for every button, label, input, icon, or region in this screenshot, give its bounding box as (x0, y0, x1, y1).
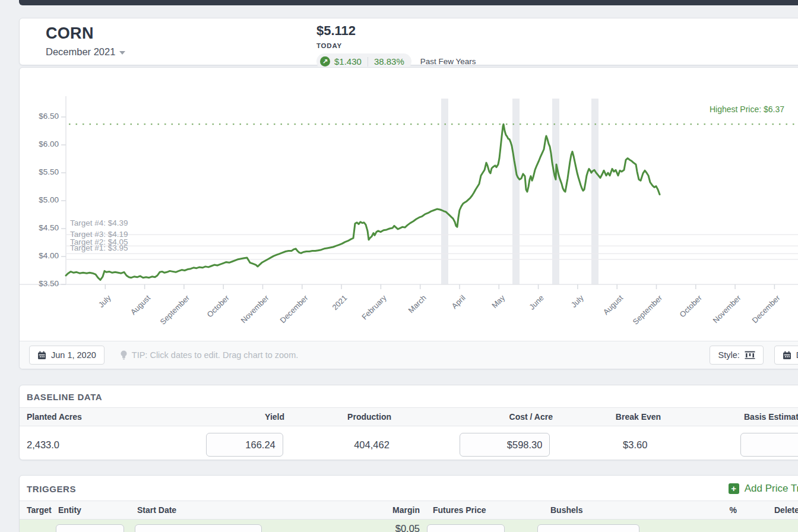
y-axis-label: $4.50 (20, 223, 59, 232)
basis-estimate-input[interactable] (740, 433, 798, 457)
col-cost-per-acre: Cost / Acre (394, 412, 555, 422)
contract-dropdown[interactable]: December 2021 (46, 46, 125, 58)
add-price-trigger-button[interactable]: + Add Price Trigger (729, 483, 798, 495)
commodity-title: CORN (46, 24, 125, 42)
col-futures-price: Futures Price (427, 505, 536, 515)
triggers-title: TRIGGERS (27, 484, 76, 494)
highest-price-label: Highest Price: $6.37 (710, 104, 784, 114)
col-yield: Yield (198, 412, 287, 422)
y-axis-label: $4.00 (20, 251, 59, 260)
triggers-header-row: Target Entity Start Date Margin Futures … (20, 501, 798, 520)
y-axis-label: $3.50 (20, 279, 59, 288)
price-block: $5.112 TODAY ↗ $1.430 38.83% Past Few Ye… (316, 23, 476, 69)
trigger-start-date-input[interactable] (135, 524, 262, 532)
col-start-date: Start Date (135, 505, 289, 515)
y-axis-label: $6.50 (20, 112, 59, 121)
chart-tip-text: TIP: Click dates to edit. Drag chart to … (132, 350, 298, 360)
trigger-bushels-input[interactable] (537, 524, 639, 532)
target-price-label: Target #4: $4.39 (70, 218, 128, 227)
triggers-card: TRIGGERS + Add Price Trigger Target Enti… (19, 475, 798, 532)
start-date-label: Jun 1, 2020 (51, 350, 96, 360)
baseline-title: BASELINE DATA (20, 385, 798, 407)
col-delete: Delete (744, 505, 798, 515)
start-date-button[interactable]: Jun 1, 2020 (29, 346, 104, 365)
style-label: Style: (718, 350, 739, 360)
commodity-header-card: CORN December 2021 $5.112 TODAY ↗ $1.430… (19, 18, 798, 65)
change-value: $1.430 (334, 56, 362, 66)
production-value: 404,462 (286, 439, 392, 451)
baseline-header-row: Planted Acres Yield Production Cost / Ac… (20, 407, 798, 426)
change-percent: 38.83% (374, 56, 404, 66)
chevron-down-icon (119, 51, 125, 55)
commodity-block: CORN December 2021 (46, 24, 125, 58)
y-axis-label: $5.00 (20, 195, 59, 204)
y-axis-label: $5.50 (20, 167, 59, 176)
baseline-values-row: 2,433.0 404,462 $3.60 (20, 426, 798, 463)
price-label: TODAY (316, 42, 476, 49)
planted-acres-value: 2,433.0 (20, 439, 197, 451)
col-production: Production (287, 412, 394, 422)
col-margin: Margin (289, 505, 427, 515)
range-label: Past Few Years (420, 57, 476, 66)
trigger-futures-price-input[interactable] (427, 524, 505, 532)
trigger-entity-input[interactable] (56, 524, 124, 532)
baseline-data-card: BASELINE DATA Planted Acres Yield Produc… (19, 385, 798, 460)
chart-tip: TIP: Click dates to edit. Drag chart to … (120, 350, 298, 360)
col-basis-estimate: Basis Estimate (721, 412, 798, 422)
chart-controls-bar: Jun 1, 2020 TIP: Click dates to edit. Dr… (20, 341, 798, 369)
price-chart-svg[interactable] (20, 68, 798, 342)
trigger-row: $0.05 (20, 520, 798, 532)
divider (368, 57, 368, 66)
calendar-icon (37, 351, 46, 360)
cost-per-acre-input[interactable] (460, 433, 550, 457)
break-even-value: $3.60 (552, 439, 718, 451)
col-percent: % (643, 505, 744, 515)
col-break-even: Break Even (555, 412, 721, 422)
current-price: $5.112 (316, 23, 476, 39)
plus-icon: + (729, 483, 739, 494)
trigger-margin-value: $0.05 (395, 523, 420, 532)
col-target: Target (20, 505, 56, 515)
col-entity: Entity (56, 505, 135, 515)
lightbulb-icon (120, 350, 128, 360)
price-chart[interactable]: Highest Price: $6.37 $6.50$6.00$5.50$5.0… (20, 68, 798, 341)
y-axis-label: $6.00 (20, 140, 59, 148)
end-date-button[interactable]: Dec 30, 2021 (774, 346, 798, 365)
col-bushels: Bushels (536, 505, 643, 515)
calendar-icon (783, 351, 791, 360)
add-price-trigger-label: Add Price Trigger (745, 483, 798, 495)
trending-up-icon: ↗ (320, 56, 330, 66)
target-price-label: Target #1: $3.95 (70, 243, 128, 252)
top-nav-strip (19, 0, 798, 5)
yield-input[interactable] (206, 433, 283, 457)
price-chart-card: Highest Price: $6.37 $6.50$6.00$5.50$5.0… (19, 67, 798, 369)
contract-label: December 2021 (46, 46, 115, 58)
chart-style-button[interactable]: Style: (710, 346, 763, 365)
col-planted-acres: Planted Acres (20, 412, 198, 422)
chart-style-icon (745, 351, 755, 359)
